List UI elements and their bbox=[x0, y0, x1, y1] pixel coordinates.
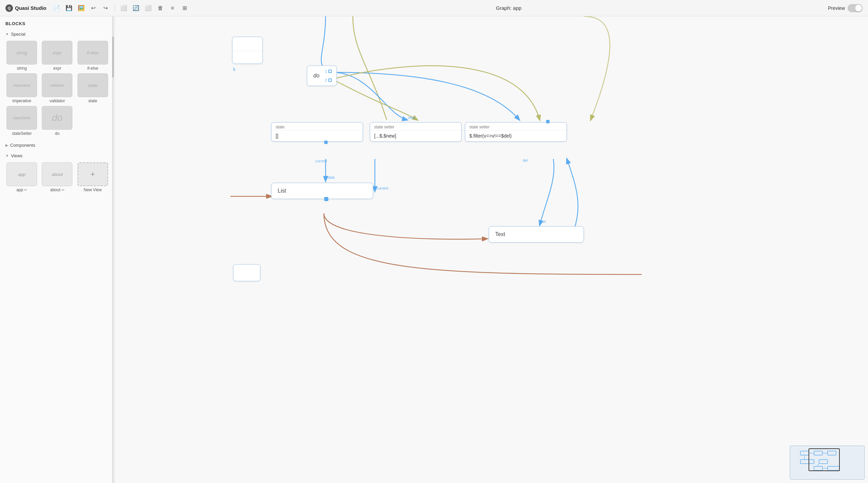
do-port-1-label: 1 bbox=[325, 69, 327, 73]
canvas[interactable]: k do 1 2 new state [] bbox=[115, 16, 868, 483]
sidebar-scrollbar-thumb bbox=[112, 37, 114, 77]
node-state-setter-1-body: [...$,$new] bbox=[370, 130, 461, 141]
section-components-label: Components bbox=[10, 143, 35, 148]
do-port-2-label: 2 bbox=[325, 78, 327, 82]
label-new: new bbox=[408, 115, 415, 120]
app-name: Quasi Studio bbox=[15, 5, 47, 11]
view-app-edit-icon[interactable]: ✏ bbox=[24, 188, 27, 192]
svg-rect-5 bbox=[814, 466, 822, 470]
preview-toggle[interactable] bbox=[848, 4, 863, 12]
block-validator-tile[interactable]: validator bbox=[42, 73, 72, 97]
main-layout: BLOCKS ▼ Special string string expr expr… bbox=[0, 16, 868, 483]
sidebar-title: BLOCKS bbox=[0, 16, 115, 29]
do-port-1[interactable] bbox=[328, 70, 332, 73]
block-do: do do bbox=[41, 106, 73, 136]
block-do-tile[interactable]: do bbox=[42, 106, 72, 130]
toolbar-file-btn[interactable]: 📄 bbox=[52, 3, 62, 13]
views-blocks-grid: app app ✏ about about ✏ + New View bbox=[0, 161, 115, 196]
toolbar-rect-btn[interactable]: ⬜ bbox=[119, 3, 128, 13]
preview-area: Preview bbox=[828, 4, 863, 12]
node-partial-bottom-left[interactable] bbox=[233, 264, 260, 281]
svg-rect-4 bbox=[819, 460, 828, 464]
sidebar: BLOCKS ▼ Special string string expr expr… bbox=[0, 16, 115, 483]
preview-label: Preview bbox=[828, 5, 845, 11]
svg-rect-0 bbox=[800, 451, 809, 455]
topbar: Q Quasi Studio 📄 💾 🖼️ ↩ ↪ ⬜ 🔄 ⬜ 🗑 ≡ ⊞ Gr… bbox=[0, 0, 868, 16]
node-state-setter-1-header: state setter bbox=[370, 123, 461, 130]
toolbar-redo-btn[interactable]: ↪ bbox=[101, 3, 110, 13]
block-expr: expr expr bbox=[41, 41, 73, 71]
node-state-setter-2[interactable]: state setter $.filter(v=>v!==$del) bbox=[465, 122, 567, 142]
toolbar-rotate-btn[interactable]: 🔄 bbox=[131, 3, 141, 13]
logo-icon: Q bbox=[5, 4, 13, 12]
block-validator: validator validator bbox=[41, 73, 73, 103]
state-setter-2-port-del[interactable] bbox=[546, 120, 550, 123]
toolbar-layer-btn[interactable]: ⬜ bbox=[143, 3, 153, 13]
view-new-label: New View bbox=[84, 187, 102, 192]
minimap-svg bbox=[790, 446, 865, 480]
block-string-tile[interactable]: string bbox=[6, 41, 37, 65]
state-port-current[interactable] bbox=[324, 141, 328, 144]
block-statesetter: stateSetter stateSetter bbox=[5, 106, 38, 136]
sidebar-scrollbar[interactable] bbox=[112, 16, 114, 483]
list-port-bottom[interactable] bbox=[324, 197, 328, 201]
label-del: del bbox=[523, 158, 528, 162]
node-text-label: Text bbox=[495, 231, 505, 237]
block-imperative-label: imperative bbox=[12, 99, 31, 103]
toolbar-save-btn[interactable]: 💾 bbox=[64, 3, 74, 13]
node-state-header: state bbox=[272, 123, 363, 130]
section-special[interactable]: ▼ Special bbox=[0, 29, 115, 39]
block-state-tile[interactable]: state bbox=[77, 73, 108, 97]
node-do[interactable]: do 1 2 bbox=[307, 66, 337, 86]
view-app-label: app ✏ bbox=[16, 187, 27, 192]
section-views[interactable]: ▼ Views bbox=[0, 150, 115, 161]
minimap[interactable] bbox=[790, 446, 865, 480]
graph-title: Graph: app bbox=[192, 5, 826, 11]
section-views-label: Views bbox=[11, 153, 22, 158]
block-imperative: imperative imperative bbox=[5, 73, 38, 103]
block-do-label: do bbox=[55, 131, 59, 136]
view-about-edit-icon[interactable]: ✏ bbox=[62, 188, 65, 192]
svg-rect-6 bbox=[828, 466, 839, 470]
svg-rect-1 bbox=[814, 451, 822, 455]
toolbar-sep-1 bbox=[115, 5, 115, 12]
block-state-label: state bbox=[88, 99, 97, 103]
node-state-body: [] bbox=[272, 130, 363, 141]
node-list-label: List bbox=[278, 188, 286, 194]
label-text: text bbox=[540, 219, 546, 223]
node-k-partial: k bbox=[233, 67, 236, 72]
do-port-2[interactable] bbox=[328, 78, 332, 82]
block-expr-tile[interactable]: expr bbox=[42, 41, 72, 65]
toolbar-align-btn[interactable]: ≡ bbox=[168, 3, 177, 13]
node-state-setter-1[interactable]: state setter [...$,$new] bbox=[370, 122, 462, 142]
toolbar-undo-btn[interactable]: ↩ bbox=[89, 3, 98, 13]
label-current-2: current bbox=[377, 186, 388, 190]
block-imperative-tile[interactable]: imperative bbox=[6, 73, 37, 97]
view-new: + New View bbox=[76, 162, 109, 192]
section-special-label: Special bbox=[11, 32, 25, 37]
section-components[interactable]: ▶ Components bbox=[0, 140, 115, 150]
view-about: about about ✏ bbox=[41, 162, 73, 192]
view-new-tile[interactable]: + bbox=[77, 162, 108, 186]
node-state-setter-2-header: state setter bbox=[465, 123, 567, 130]
chevron-special: ▼ bbox=[5, 32, 9, 36]
label-current-1: current bbox=[315, 159, 327, 163]
chevron-components: ▶ bbox=[5, 143, 8, 147]
toolbar-distribute-btn[interactable]: ⊞ bbox=[180, 3, 190, 13]
block-statesetter-label: stateSetter bbox=[12, 131, 32, 136]
view-about-tile[interactable]: about bbox=[42, 162, 72, 186]
block-string-label: string bbox=[17, 66, 27, 71]
special-blocks-grid: string string expr expr if-else if-else … bbox=[0, 39, 115, 140]
node-list[interactable]: List bbox=[271, 183, 373, 199]
node-state[interactable]: state [] bbox=[271, 122, 363, 142]
view-app-tile[interactable]: app bbox=[6, 162, 37, 186]
block-state: state state bbox=[76, 73, 109, 103]
svg-rect-2 bbox=[828, 451, 836, 455]
node-state-setter-2-body: $.filter(v=>v!==$del) bbox=[465, 130, 567, 141]
block-ifelse-tile[interactable]: if-else bbox=[77, 41, 108, 65]
node-partial-top[interactable] bbox=[232, 37, 263, 64]
toolbar-image-btn[interactable]: 🖼️ bbox=[76, 3, 86, 13]
node-text[interactable]: Text bbox=[489, 226, 584, 243]
block-statesetter-tile[interactable]: stateSetter bbox=[6, 106, 37, 130]
toolbar-delete-btn[interactable]: 🗑 bbox=[156, 3, 165, 13]
